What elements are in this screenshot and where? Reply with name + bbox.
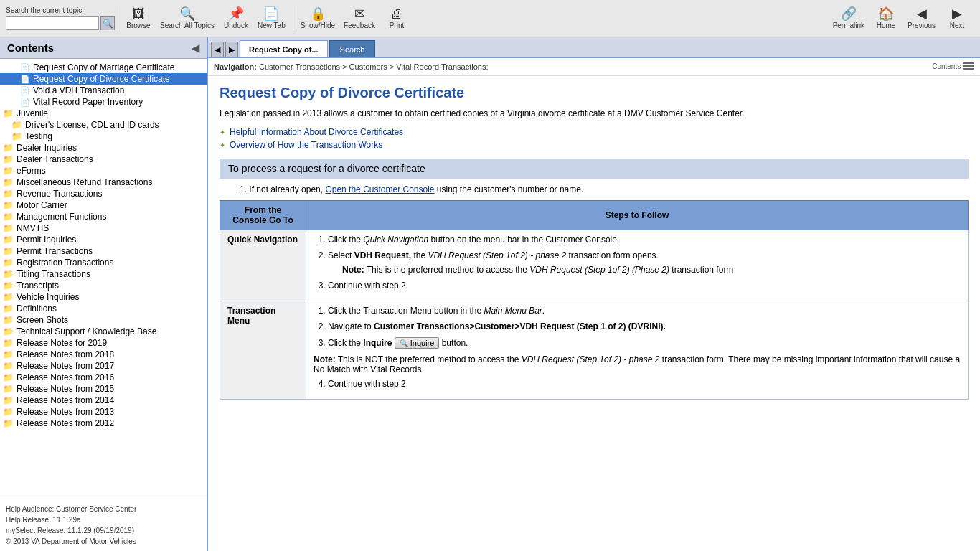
- doc-title: Request Copy of Divorce Certificate: [220, 85, 969, 101]
- note-block-transaction: Note: This is NOT the preferred method t…: [314, 354, 961, 375]
- show-hide-label: Show/Hide: [301, 22, 335, 29]
- new-tab-icon: 📄: [263, 7, 279, 20]
- sidebar-item-dealer-transactions[interactable]: 📁 Dealer Transactions: [0, 154, 207, 165]
- folder-icon: 📁: [3, 361, 14, 371]
- sidebar-item-release-2012[interactable]: 📁 Release Notes from 2012: [0, 418, 207, 429]
- sidebar-item-nmvtis[interactable]: 📁 NMVTIS: [0, 222, 207, 234]
- sidebar-item-drivers-license[interactable]: 📁 Driver's License, CDL and ID cards: [0, 119, 207, 131]
- sidebar-item-label: Release Notes from 2012: [17, 418, 114, 428]
- sidebar-item-transcripts[interactable]: 📁 Transcripts: [0, 280, 207, 291]
- table-row-quick-nav: Quick Navigation Click the Quick Navigat…: [220, 230, 969, 301]
- sidebar-item-req-divorce[interactable]: 📄 Request Copy of Divorce Certificate: [0, 73, 207, 85]
- sidebar-item-label: Release Notes from 2013: [17, 407, 114, 417]
- svg-rect-0: [963, 62, 974, 64]
- sidebar-item-label: Vehicle Inquiries: [17, 292, 79, 302]
- sidebar-item-misc-refund[interactable]: 📁 Miscellaneous Refund Transactions: [0, 176, 207, 188]
- tab-back-button[interactable]: ◀: [211, 42, 224, 57]
- undock-button[interactable]: 📌 Undock: [223, 7, 249, 29]
- sidebar-item-testing[interactable]: 📁 Testing: [0, 131, 207, 142]
- sidebar-item-titling-trans[interactable]: 📁 Titling Transactions: [0, 268, 207, 280]
- helpful-link-2-anchor[interactable]: Overview of How the Transaction Works: [230, 140, 382, 150]
- sidebar-item-screen-shots[interactable]: 📁 Screen Shots: [0, 314, 207, 326]
- print-button[interactable]: 🖨 Print: [384, 7, 410, 29]
- open-console-link[interactable]: Open the Customer Console: [325, 184, 434, 194]
- sidebar-toggle[interactable]: ◀: [192, 42, 199, 54]
- sidebar-item-label: Testing: [25, 131, 52, 141]
- sidebar-item-permit-trans[interactable]: 📁 Permit Transactions: [0, 245, 207, 257]
- sidebar-item-reg-trans[interactable]: 📁 Registration Transactions: [0, 257, 207, 268]
- content-area: ◀ ▶ Request Copy of... Search Navigation…: [208, 37, 980, 551]
- transaction-menu-steps: Click the Transaction Menu button in the…: [314, 306, 961, 349]
- sidebar-item-vehicle-inquiries[interactable]: 📁 Vehicle Inquiries: [0, 291, 207, 303]
- sidebar-item-motor-carrier[interactable]: 📁 Motor Carrier: [0, 199, 207, 211]
- list-item: Click the Transaction Menu button in the…: [328, 306, 961, 316]
- search-all-button[interactable]: 🔍 Search All Topics: [160, 7, 215, 29]
- sidebar-item-release-2013[interactable]: 📁 Release Notes from 2013: [0, 406, 207, 418]
- sidebar: Contents ◀ 📄 Request Copy of Marriage Ce…: [0, 37, 208, 551]
- sidebar-item-juvenile[interactable]: 📁 Juvenile: [0, 108, 207, 119]
- show-hide-button[interactable]: 🔒 Show/Hide: [301, 7, 335, 29]
- inquire-button[interactable]: 🔍 Inquire: [395, 337, 440, 349]
- footer-release: Help Release: 11.1.29a: [6, 514, 201, 525]
- browse-button[interactable]: 🖼 Browse: [126, 7, 151, 29]
- search-go-button[interactable]: 🔍: [100, 16, 115, 30]
- sidebar-item-label: Release Notes from 2017: [17, 361, 114, 371]
- sidebar-item-label: Void a VDH Transaction: [33, 85, 124, 95]
- folder-icon: 📁: [3, 315, 14, 325]
- next-button[interactable]: ▶ Next: [944, 7, 970, 29]
- sidebar-item-dealer-inquiries[interactable]: 📁 Dealer Inquiries: [0, 142, 207, 154]
- search-area: Search the current topic: 🔍: [6, 6, 115, 30]
- folder-icon: 📁: [3, 200, 14, 210]
- helpful-link-2[interactable]: Overview of How the Transaction Works: [220, 140, 969, 150]
- sidebar-item-mgmt-functions[interactable]: 📁 Management Functions: [0, 211, 207, 222]
- breadcrumb-contents-icon[interactable]: Contents: [932, 61, 974, 72]
- separator-1: [118, 6, 118, 32]
- sidebar-item-req-marriage[interactable]: 📄 Request Copy of Marriage Certificate: [0, 62, 207, 73]
- doc-icon: 📄: [20, 98, 30, 107]
- sidebar-item-label: Titling Transactions: [17, 269, 90, 279]
- folder-icon: 📁: [3, 235, 14, 245]
- folder-icon: 📁: [3, 108, 14, 118]
- breadcrumb-path: Customer Transactions > Customers > Vita…: [259, 62, 489, 71]
- list-item: Navigate to Customer Transactions>Custom…: [328, 321, 961, 331]
- feedback-button[interactable]: ✉ Feedback: [344, 7, 375, 29]
- show-hide-icon: 🔒: [310, 7, 326, 20]
- sidebar-item-label: Request Copy of Marriage Certificate: [33, 62, 174, 72]
- sidebar-item-permit-inquiries[interactable]: 📁 Permit Inquiries: [0, 234, 207, 245]
- sidebar-item-tech-support[interactable]: 📁 Technical Support / Knowledge Base: [0, 326, 207, 337]
- search-input[interactable]: [6, 16, 99, 30]
- previous-button[interactable]: ◀ Previous: [908, 7, 936, 29]
- row-steps-transaction-menu: Click the Transaction Menu button in the…: [306, 301, 969, 400]
- tab-topic[interactable]: Request Copy of...: [240, 40, 328, 57]
- folder-icon: 📁: [3, 384, 14, 394]
- sidebar-item-release-2014[interactable]: 📁 Release Notes from 2014: [0, 395, 207, 406]
- helpful-link-1-anchor[interactable]: Helpful Information About Divorce Certif…: [230, 127, 403, 137]
- home-button[interactable]: 🏠 Home: [873, 7, 899, 29]
- sidebar-item-release-2018[interactable]: 📁 Release Notes from 2018: [0, 349, 207, 360]
- tab-forward-button[interactable]: ▶: [225, 42, 238, 57]
- doc-icon: 📄: [20, 63, 30, 72]
- sidebar-item-revenue-trans[interactable]: 📁 Revenue Transactions: [0, 188, 207, 199]
- sidebar-item-void-vdh[interactable]: 📄 Void a VDH Transaction: [0, 85, 207, 96]
- inquire-icon: 🔍: [400, 339, 408, 347]
- sidebar-item-vital-paper[interactable]: 📄 Vital Record Paper Inventory: [0, 96, 207, 108]
- folder-icon: 📁: [3, 303, 14, 314]
- sidebar-item-label: Definitions: [17, 303, 57, 314]
- home-icon: 🏠: [878, 7, 894, 20]
- table-col2-header: Steps to Follow: [306, 201, 969, 230]
- sidebar-item-release-2015[interactable]: 📁 Release Notes from 2015: [0, 383, 207, 395]
- sidebar-item-release-2016[interactable]: 📁 Release Notes from 2016: [0, 372, 207, 383]
- new-tab-button[interactable]: 📄 New Tab: [258, 7, 286, 29]
- note-block: Note: This is the preferred method to ac…: [342, 265, 961, 275]
- sidebar-item-eforms[interactable]: 📁 eForms: [0, 165, 207, 176]
- helpful-link-1[interactable]: Helpful Information About Divorce Certif…: [220, 127, 969, 137]
- permalink-button[interactable]: 🔗 Permalink: [833, 7, 864, 29]
- tab-search[interactable]: Search: [329, 40, 376, 57]
- next-icon: ▶: [952, 7, 962, 20]
- search-all-label: Search All Topics: [160, 22, 215, 29]
- list-item: Continue with step 2.: [328, 379, 961, 389]
- sidebar-item-release-2019[interactable]: 📁 Release Notes for 2019: [0, 337, 207, 349]
- row-header-transaction-menu: Transaction Menu: [220, 301, 306, 400]
- sidebar-item-definitions[interactable]: 📁 Definitions: [0, 303, 207, 314]
- sidebar-item-release-2017[interactable]: 📁 Release Notes from 2017: [0, 360, 207, 372]
